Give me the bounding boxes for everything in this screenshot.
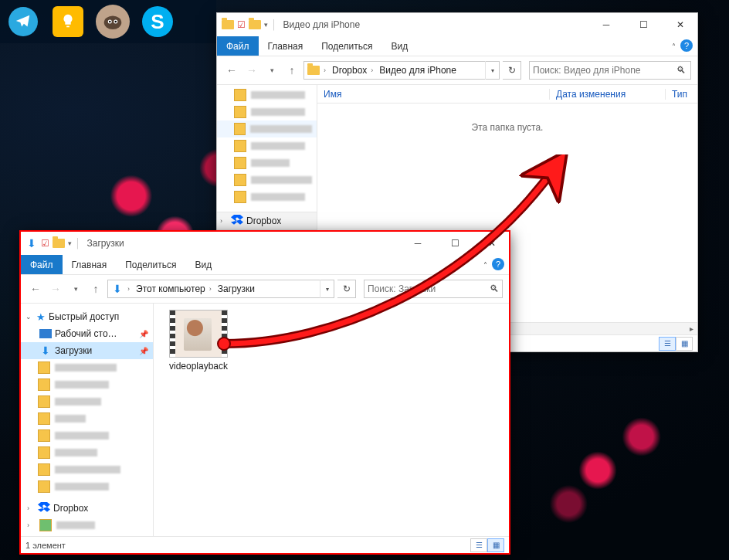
column-headers[interactable]: Имя Дата изменения Тип [317, 85, 697, 104]
content-pane[interactable]: videoplayback [154, 304, 509, 536]
taskbar: S [0, 0, 216, 43]
nav-back-button[interactable]: ← [223, 62, 240, 79]
tree-item[interactable] [217, 104, 317, 120]
minimize-button[interactable]: ─ [401, 232, 435, 254]
tree-item-dropbox[interactable]: › Dropbox [217, 212, 317, 230]
nav-forward-button[interactable]: → [47, 280, 64, 297]
tree-item[interactable] [21, 376, 153, 393]
help-icon[interactable]: ? [680, 39, 693, 52]
ribbon-tab-share[interactable]: Поделиться [116, 255, 185, 274]
breadcrumb-bar[interactable]: ⬇› Этот компьютер› Загрузки ▾ [107, 280, 334, 298]
tree-item[interactable] [217, 188, 317, 205]
tree-item[interactable] [21, 410, 153, 427]
search-input[interactable] [530, 65, 672, 76]
close-button[interactable]: ✕ [663, 14, 697, 36]
ribbon-tab-file[interactable]: Файл [21, 255, 63, 274]
qat-checkbox-icon[interactable]: ☑ [41, 238, 49, 249]
refresh-button[interactable]: ↻ [503, 61, 521, 80]
navigation-pane[interactable]: ⌄ ★ Быстрый доступ Рабочий сто… 📌 ⬇ Загр… [21, 304, 154, 536]
folder-icon [53, 239, 65, 248]
video-thumbnail-icon [169, 310, 228, 358]
nav-history-button[interactable]: ▾ [263, 62, 280, 79]
view-icons-button[interactable]: ▦ [676, 337, 693, 351]
address-bar: ← → ▾ ↑ › Dropbox› Видео для iPhone ▾ ↻ … [217, 56, 697, 84]
tree-item[interactable] [21, 478, 153, 495]
tree-item[interactable] [21, 444, 153, 461]
tree-item[interactable] [217, 154, 317, 171]
ribbon-tab-file[interactable]: Файл [217, 36, 259, 56]
address-bar: ← → ▾ ↑ ⬇› Этот компьютер› Загрузки ▾ ↻ … [21, 275, 509, 303]
skype-icon: S [142, 6, 173, 37]
ribbon-tab-view[interactable]: Вид [381, 36, 417, 56]
maximize-button[interactable]: ☐ [438, 232, 472, 254]
expander-icon[interactable]: ⌄ [25, 313, 33, 321]
tree-item[interactable] [217, 120, 317, 137]
minimize-button[interactable]: ─ [589, 14, 623, 36]
ribbon-tab-home[interactable]: Главная [63, 255, 117, 274]
nav-up-button[interactable]: ↑ [283, 62, 300, 79]
ribbon-tab-share[interactable]: Поделиться [312, 36, 381, 56]
view-icons-button[interactable]: ▦ [487, 538, 504, 552]
crumb-this-pc[interactable]: Этот компьютер [136, 283, 205, 294]
search-box[interactable]: 🔍︎ [364, 280, 503, 298]
expander-icon[interactable]: › [27, 504, 35, 512]
maximize-button[interactable]: ☐ [626, 14, 660, 36]
titlebar[interactable]: ⬇ ☑ ▾ │ Загрузки ─ ☐ ✕ [21, 232, 509, 255]
crumb-dropbox[interactable]: Dropbox [332, 65, 367, 76]
status-text: 1 элемент [25, 541, 66, 550]
view-details-button[interactable]: ☰ [659, 337, 676, 351]
ribbon-collapse-icon[interactable]: ˄ [483, 261, 487, 270]
tree-item[interactable]: › [21, 517, 153, 534]
tree-item-desktop[interactable]: Рабочий сто… 📌 [21, 325, 153, 342]
col-header-name[interactable]: Имя [317, 89, 549, 100]
status-bar: 1 элемент ☰ ▦ [21, 536, 509, 553]
help-icon[interactable]: ? [492, 258, 504, 270]
ribbon-tab-view[interactable]: Вид [185, 255, 221, 274]
ribbon: Файл Главная Поделиться Вид ˄ ? [217, 36, 697, 56]
crumb-folder[interactable]: Видео для iPhone [379, 65, 456, 76]
desktop-icon [39, 329, 52, 338]
tree-item[interactable] [21, 427, 153, 444]
ribbon-tab-home[interactable]: Главная [259, 36, 313, 56]
nav-forward-button[interactable]: → [243, 62, 260, 79]
nav-history-button[interactable]: ▾ [67, 280, 84, 297]
refresh-button[interactable]: ↻ [337, 280, 356, 298]
address-dropdown-button[interactable]: ▾ [485, 61, 499, 80]
nav-back-button[interactable]: ← [27, 280, 44, 297]
downloads-icon: ⬇ [111, 283, 124, 295]
tree-item[interactable] [21, 393, 153, 410]
expander-icon[interactable]: › [220, 217, 228, 225]
search-icon[interactable]: 🔍︎ [672, 65, 690, 76]
ribbon: Файл Главная Поделиться Вид ˄ ? [21, 255, 509, 275]
tree-item[interactable] [217, 137, 317, 154]
folder-icon [249, 20, 261, 29]
crumb-downloads[interactable]: Загрузки [218, 283, 255, 294]
titlebar[interactable]: ☑ ▾ │ Видео для iPhone ─ ☐ ✕ [217, 13, 697, 36]
breadcrumb-bar[interactable]: › Dropbox› Видео для iPhone ▾ [303, 61, 500, 80]
downloads-icon: ⬇ [25, 237, 38, 249]
taskbar-app-keep[interactable] [46, 0, 90, 43]
tree-item-dropbox[interactable]: › Dropbox [21, 500, 153, 517]
close-button[interactable]: ✕ [475, 232, 509, 254]
file-item-video[interactable]: videoplayback [160, 310, 237, 372]
view-details-button[interactable]: ☰ [470, 538, 487, 552]
taskbar-app-skype[interactable]: S [136, 0, 179, 43]
tree-item-downloads[interactable]: ⬇ Загрузки 📌 [21, 342, 153, 359]
tree-item[interactable] [21, 461, 153, 478]
taskbar-app-telegram[interactable] [2, 0, 45, 43]
tree-item[interactable] [21, 359, 153, 376]
search-icon[interactable]: 🔍︎ [487, 283, 502, 294]
tree-item[interactable] [217, 171, 317, 188]
tree-item-quick-access[interactable]: ⌄ ★ Быстрый доступ [21, 308, 153, 325]
address-dropdown-button[interactable]: ▾ [320, 280, 334, 298]
ribbon-collapse-icon[interactable]: ˄ [672, 42, 676, 51]
col-header-type[interactable]: Тип [665, 89, 697, 100]
nav-up-button[interactable]: ↑ [87, 280, 104, 297]
taskbar-app-gimp[interactable] [91, 0, 134, 43]
tree-item[interactable] [217, 87, 317, 104]
qat-checkbox-icon[interactable]: ☑ [237, 19, 246, 30]
col-header-date[interactable]: Дата изменения [549, 89, 665, 100]
search-input[interactable] [364, 283, 487, 294]
scroll-right-icon[interactable]: ▸ [685, 324, 697, 333]
search-box[interactable]: 🔍︎ [529, 61, 691, 80]
